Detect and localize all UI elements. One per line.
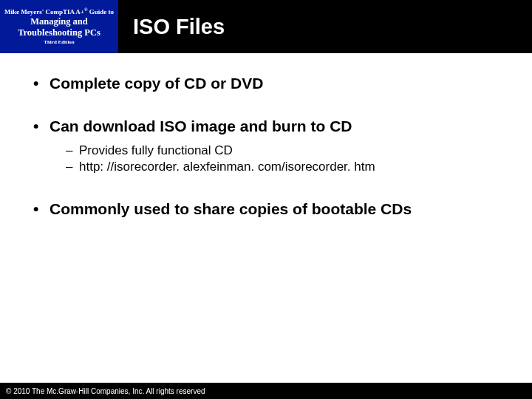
book-text: Mike Meyers' Comp bbox=[4, 8, 63, 16]
bullet-item: Commonly used to share copies of bootabl… bbox=[33, 200, 510, 219]
slide-title: ISO Files bbox=[133, 15, 225, 39]
sub-list: Provides fully functional CD http: //iso… bbox=[66, 143, 510, 177]
sub-item: http: //isorecorder. alexfeinman. com/is… bbox=[66, 159, 510, 176]
bullet-item: Complete copy of CD or DVD bbox=[33, 74, 510, 93]
footer-bar: © 2010 The Mc.Graw-Hill Companies, Inc. … bbox=[0, 383, 532, 399]
bullet-text: Can download ISO image and burn to CD bbox=[50, 117, 352, 134]
sub-item: Provides fully functional CD bbox=[66, 143, 510, 160]
bullet-text: Commonly used to share copies of bootabl… bbox=[50, 200, 412, 217]
sub-text: http: //isorecorder. alexfeinman. com/is… bbox=[79, 160, 375, 174]
header-bar: Mike Meyers' CompTIA A+® Guide to Managi… bbox=[0, 0, 532, 53]
book-text: TIA bbox=[63, 8, 75, 16]
slide: Mike Meyers' CompTIA A+® Guide to Managi… bbox=[0, 0, 532, 399]
book-line-2a: Managing and bbox=[30, 17, 87, 27]
content-area: Complete copy of CD or DVD Can download … bbox=[33, 74, 510, 243]
copyright-text: © 2010 The Mc.Graw-Hill Companies, Inc. … bbox=[6, 387, 205, 395]
book-text: A+ bbox=[75, 8, 84, 16]
bullet-text: Complete copy of CD or DVD bbox=[50, 75, 263, 92]
book-box: Mike Meyers' CompTIA A+® Guide to Managi… bbox=[0, 0, 118, 53]
book-edition: Third Edition bbox=[44, 40, 74, 46]
book-line-1: Mike Meyers' CompTIA A+® Guide to bbox=[4, 7, 114, 16]
book-text: Guide to bbox=[87, 8, 114, 16]
bullet-item: Can download ISO image and burn to CD Pr… bbox=[33, 117, 510, 176]
sub-text: Provides fully functional CD bbox=[79, 143, 233, 157]
book-line-2b: Troubleshooting PCs bbox=[18, 28, 100, 38]
bullet-list: Complete copy of CD or DVD Can download … bbox=[33, 74, 510, 219]
